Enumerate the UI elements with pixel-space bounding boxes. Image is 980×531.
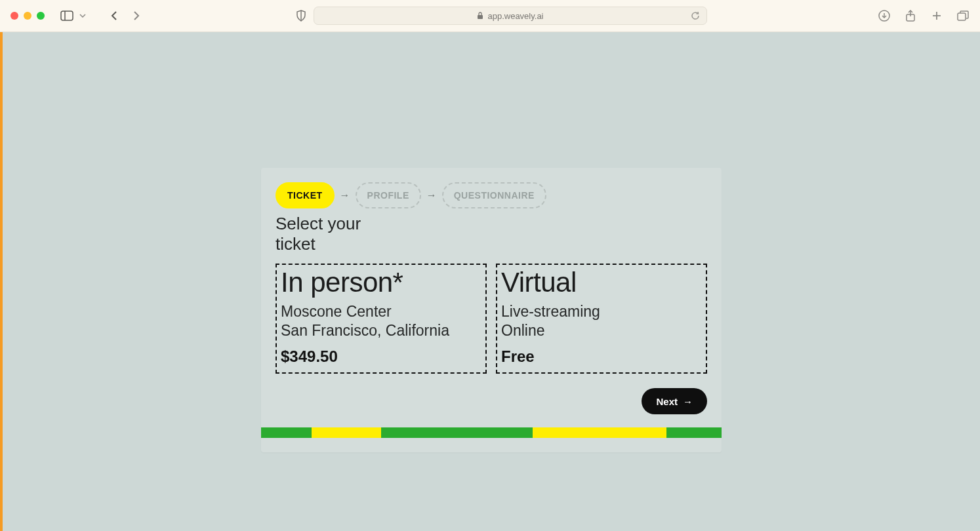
step-questionnaire[interactable]: QUESTIONNAIRE [442,182,546,208]
ticket-price: Free [501,347,702,366]
new-tab-icon[interactable] [930,9,943,22]
address-bar-host: app.weavely.ai [487,11,543,21]
ticket-title: In person* [281,267,481,298]
page-body: TICKET → PROFILE → QUESTIONNAIRE Select … [0,32,980,531]
step-label: QUESTIONNAIRE [454,190,535,201]
left-accent-bar [0,32,3,531]
progress-segment [312,427,380,438]
ticket-title: Virtual [501,267,702,298]
arrow-right-icon: → [683,396,693,407]
form-card: TICKET → PROFILE → QUESTIONNAIRE Select … [261,168,722,452]
stepper: TICKET → PROFILE → QUESTIONNAIRE [276,182,707,208]
next-button-label: Next [656,396,678,407]
share-icon[interactable] [904,9,917,22]
svg-rect-10 [958,13,966,20]
progress-segment [533,427,666,438]
address-bar[interactable]: app.weavely.ai [314,7,707,25]
chevron-down-icon[interactable] [76,9,89,22]
sidebar-toggle-icon[interactable] [60,9,73,22]
ticket-option-in-person[interactable]: In person* Moscone Center San Francisco,… [276,264,487,374]
privacy-shield-icon[interactable] [296,10,306,22]
progress-segment [381,427,533,438]
progress-segment [261,427,312,438]
back-button[interactable] [108,9,121,22]
maximize-window-button[interactable] [37,12,45,20]
ticket-price: $349.50 [281,347,481,366]
ticket-option-virtual[interactable]: Virtual Live-streaming Online Free [496,264,707,374]
downloads-icon[interactable] [878,9,891,22]
tab-overview-icon[interactable] [956,9,970,22]
step-profile[interactable]: PROFILE [356,182,421,208]
minimize-window-button[interactable] [24,12,31,20]
progress-bar [261,427,722,438]
svg-rect-0 [61,11,73,20]
browser-chrome: app.weavely.ai [0,0,980,32]
ticket-description: Moscone Center San Francisco, California [281,302,481,342]
arrow-right-icon: → [426,189,437,201]
reload-icon[interactable] [691,11,700,20]
step-ticket[interactable]: TICKET [276,182,335,208]
section-title: Select your ticket [276,214,380,254]
lock-icon [477,12,483,20]
progress-segment [666,427,722,438]
window-controls [10,12,45,20]
ticket-options: In person* Moscone Center San Francisco,… [276,264,707,374]
arrow-right-icon: → [340,189,350,201]
svg-rect-3 [478,15,483,19]
next-button[interactable]: Next → [642,388,707,414]
forward-button[interactable] [130,9,143,22]
step-label: TICKET [287,190,323,201]
step-label: PROFILE [367,190,409,201]
close-window-button[interactable] [10,12,18,20]
ticket-description: Live-streaming Online [501,302,702,342]
